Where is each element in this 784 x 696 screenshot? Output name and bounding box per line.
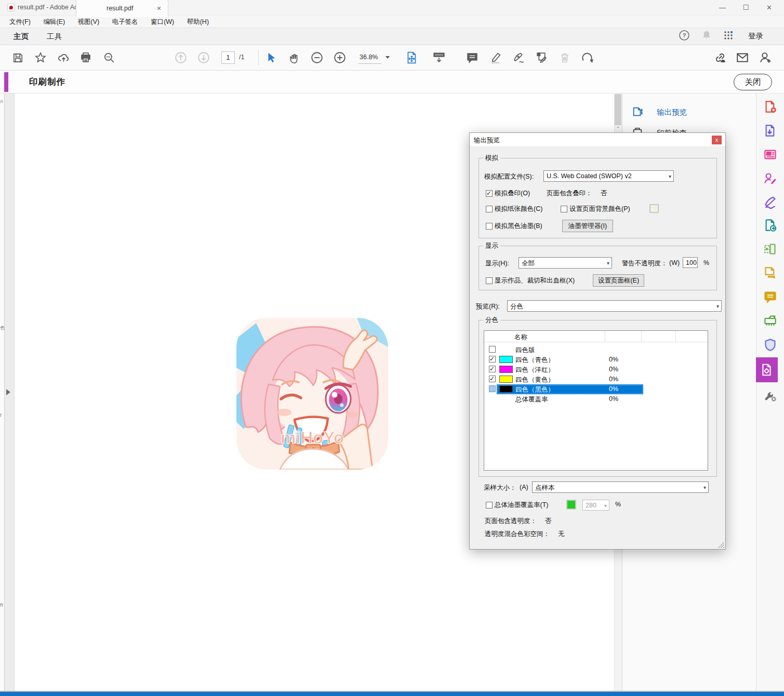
tab-tools[interactable]: 工具 [39,28,69,45]
add-tools-icon[interactable] [763,389,777,403]
menu-file[interactable]: 文件(F) [4,16,36,29]
refresh-icon[interactable] [580,50,594,65]
simulate-overprint-checkbox[interactable] [486,190,493,197]
close-production-button[interactable]: 关闭 [734,74,772,90]
request-signatures-icon[interactable] [763,171,777,185]
cloud-upload-icon[interactable] [56,50,71,65]
minimize-button[interactable]: — [711,0,734,15]
star-icon[interactable] [33,50,48,65]
zoom-in-icon[interactable] [333,50,347,65]
zoom-out-icon[interactable] [310,50,324,65]
apps-grid-icon[interactable] [722,29,737,44]
sample-size-dropdown[interactable]: 点样本▾ [532,481,709,493]
zoom-level-dropdown[interactable]: 36.8% [358,51,393,64]
cyan-swatch [499,356,513,363]
sample-size-label: 采样大小： [484,484,516,492]
dialog-title-bar[interactable]: 输出预览 x [470,133,725,147]
organize-pages-icon[interactable] [763,242,777,256]
separation-row-black-selected[interactable]: 四色（黑色） 0% [484,384,708,394]
scan-ocr-icon[interactable] [763,314,777,328]
comment-icon[interactable] [465,50,480,65]
row-checkbox[interactable] [489,376,496,382]
print-icon[interactable] [78,50,93,65]
expand-nav-arrow-icon[interactable] [6,389,10,395]
dialog-resize-grip[interactable] [718,542,724,548]
comment-bubble-icon[interactable] [763,290,777,304]
panel-item-output-preview[interactable]: 输出预览 [632,106,643,119]
separations-list[interactable]: 名称 四色版 四色（青色） 0% 四色（洋红） 0% [484,330,708,471]
page-total-label: /1 [239,53,244,61]
row-value: 0% [609,395,618,403]
row-label: 四色（青色） [515,356,554,365]
hand-tool-icon[interactable] [287,50,301,65]
notifications-bell-icon[interactable] [700,29,715,44]
row-checkbox[interactable] [489,366,496,372]
simulate-black-ink-checkbox[interactable] [486,223,493,230]
fill-sign-icon[interactable] [763,195,777,209]
coverage-value-dropdown[interactable]: 280▾ [582,500,609,511]
scroll-mode-icon[interactable] [432,50,446,65]
review-file-icon[interactable] [763,266,777,280]
print-production-active-tool[interactable] [756,357,778,382]
row-checkbox[interactable] [489,356,496,363]
warning-opacity-key: (W) [669,259,680,266]
mail-icon[interactable] [735,50,750,65]
help-icon[interactable]: ? [678,29,693,44]
tab-close-icon[interactable]: ✕ [155,5,163,12]
separation-row-process-plates[interactable]: 四色版 [484,345,708,355]
row-checkbox[interactable] [489,346,496,353]
ink-manager-button[interactable]: 油墨管理器(I) [562,220,613,232]
page-up-icon[interactable] [174,50,188,65]
preview-dropdown[interactable]: 分色▾ [507,300,722,312]
scrollbar-thumb[interactable] [615,94,621,125]
menu-window[interactable]: 窗口(W) [145,16,179,29]
create-pdf-icon[interactable] [763,100,777,114]
edit-pdf-icon[interactable] [763,148,777,162]
person-add-icon[interactable] [758,50,773,65]
set-page-boxes-button[interactable]: 设置页面框(E) [593,274,644,287]
menu-view[interactable]: 视图(V) [73,16,105,29]
signin-button[interactable]: 登录 [748,31,763,41]
app-window: result.pdf - Adobe Acrobat Pro (64-bit) … [0,0,784,696]
page-bg-color-checkbox[interactable] [561,206,567,212]
tab-document[interactable]: result.pdf ✕ [76,0,168,17]
warning-opacity-input[interactable]: 100 [683,257,698,268]
row-checkbox[interactable] [489,385,496,392]
menu-esign[interactable]: 电子签名 [107,16,143,29]
total-ink-coverage-checkbox[interactable] [486,502,493,508]
select-cursor-icon[interactable] [264,50,278,65]
separation-row-cyan[interactable]: 四色（青色） 0% [484,355,708,365]
fit-page-icon[interactable] [405,50,419,65]
show-dropdown[interactable]: 全部▾ [519,257,612,269]
coverage-color-swatch[interactable] [566,500,576,510]
sign-pen-icon[interactable] [511,50,525,65]
close-window-button[interactable]: ✕ [758,0,781,15]
page-bg-color-swatch[interactable] [649,204,659,213]
separation-row-magenta[interactable]: 四色（洋红） 0% [484,365,708,374]
scrollbar-up-icon[interactable]: ⌃ [615,126,621,131]
trash-icon[interactable] [557,50,572,65]
simulate-paper-color-checkbox[interactable] [486,206,493,212]
menu-edit[interactable]: 编辑(E) [38,16,70,29]
highlighter-icon[interactable] [488,50,503,65]
image-logo-text: miHoYo [281,428,344,447]
page-number-input[interactable]: 1 [221,51,235,64]
page-edit-icon[interactable] [534,50,549,65]
maximize-button[interactable]: ☐ [734,0,758,15]
show-value: 全部 [522,259,535,268]
menu-help[interactable]: 帮助(H) [182,16,214,29]
send-pdf-icon[interactable] [763,218,777,232]
separation-row-yellow[interactable]: 四色（黄色） 0% [484,374,708,384]
search-icon[interactable] [102,50,116,65]
dialog-close-button[interactable]: x [712,136,722,144]
export-pdf-icon[interactable] [763,124,777,138]
preview-label: 预览(R): [476,302,500,311]
separation-row-total-coverage[interactable]: 总体覆盖率 0% [484,394,708,404]
simulation-profile-dropdown[interactable]: U.S. Web Coated (SWOP) v2▾ [543,170,674,182]
share-link-icon[interactable] [713,50,727,65]
show-boxes-checkbox[interactable] [486,277,493,284]
page-down-icon[interactable] [196,50,211,65]
protect-icon[interactable] [763,338,777,352]
tab-home[interactable]: 主页 [6,28,36,45]
save-icon[interactable] [10,50,25,65]
